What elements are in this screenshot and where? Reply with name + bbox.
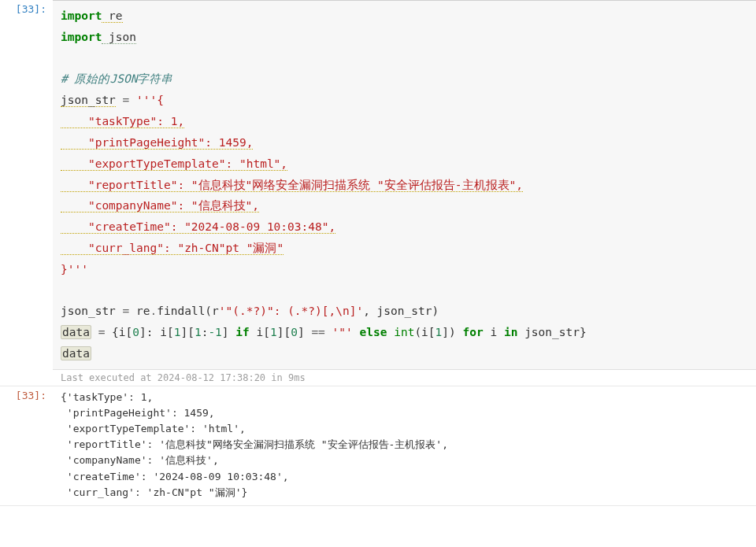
code-var-highlight: data: [61, 325, 91, 339]
code-text: [325, 326, 332, 338]
code-comment: # 原始的JSON字符串: [61, 72, 172, 85]
code-text: i[: [250, 326, 270, 338]
code-op: ==: [311, 326, 324, 338]
output-line: {'taskType': 1,: [61, 391, 153, 403]
code-string: '"': [332, 326, 353, 338]
code-text: (i[: [414, 326, 435, 338]
output-line: 'printPageHeight': 1459,: [61, 407, 215, 419]
code-string: "printPageHeight": 1459,: [61, 136, 253, 150]
code-num: 1: [270, 326, 277, 338]
input-prompt: [33]:: [0, 0, 53, 386]
input-content: import re import json # 原始的JSON字符串 json_…: [53, 0, 756, 386]
code-builtin: int: [394, 326, 414, 338]
output-line: 'companyName': '信息科技',: [61, 454, 219, 466]
code-op: =: [123, 305, 130, 317]
code-string: "taskType": 1,: [61, 115, 184, 128]
execution-info: Last executed at 2024-08-12 17:38:20 in …: [53, 369, 756, 386]
code-module: json: [102, 31, 136, 44]
output-line: 'createTime': '2024-08-09 10:03:48',: [61, 471, 289, 482]
code-var-highlight: data: [61, 346, 91, 360]
code-text: (r: [205, 305, 218, 317]
code-op: -1: [208, 326, 221, 338]
code-text: ]: i[: [139, 326, 174, 338]
input-cell: [33]: import re import json # 原始的JSON字符串…: [0, 0, 756, 386]
code-var: json_str: [61, 305, 123, 317]
code-module: re: [102, 9, 122, 23]
output-prompt: [33]:: [0, 386, 53, 505]
output-line: 'exportTypeTemplate': 'html',: [61, 423, 246, 434]
code-editor[interactable]: import re import json # 原始的JSON字符串 json_…: [53, 0, 756, 369]
code-text: json_str}: [517, 326, 586, 338]
code-string: '"(.*?)": (.*?)[,\n]': [219, 305, 363, 317]
code-string: "curr_lang": "zh-CN"pt "漏洞": [61, 242, 284, 255]
code-keyword: if: [235, 326, 249, 338]
code-text: [353, 326, 360, 338]
code-string: "createTime": "2024-08-09 10:03:48",: [61, 220, 335, 234]
code-text: {i[: [105, 326, 132, 338]
code-string: "exportTypeTemplate": "html",: [61, 157, 287, 171]
code-text: ][: [277, 326, 291, 338]
code-keyword: in: [504, 326, 517, 338]
code-text: ]: [298, 326, 311, 338]
code-num: 1: [195, 326, 202, 338]
output-text: {'taskType': 1, 'printPageHeight': 1459,…: [53, 386, 756, 505]
code-text: , json_str): [363, 305, 439, 317]
output-line: 'curr_lang': 'zh-CN"pt "漏洞'}: [61, 486, 247, 498]
code-text: [387, 326, 394, 338]
code-keyword: import: [61, 9, 102, 22]
output-content: {'taskType': 1, 'printPageHeight': 1459,…: [53, 386, 756, 505]
code-var: json_str: [61, 94, 116, 107]
code-text: re: [129, 305, 150, 317]
code-func: findall: [157, 305, 205, 317]
output-line: 'reportTitle': '信息科技"网络安全漏洞扫描系统 "安全评估报告-…: [61, 438, 448, 450]
code-text: i: [484, 326, 504, 338]
code-num: 0: [291, 326, 298, 338]
output-cell: [33]: {'taskType': 1, 'printPageHeight':…: [0, 386, 756, 506]
code-text: ]): [442, 326, 462, 338]
code-string: '''{: [136, 94, 164, 106]
code-keyword: for: [463, 326, 484, 338]
code-string: }''': [61, 263, 88, 275]
code-string: "reportTitle": "信息科技"网络安全漏洞扫描系统 "安全评估报告-…: [61, 179, 523, 192]
code-keyword: else: [360, 326, 387, 338]
code-text: ]: [222, 326, 235, 338]
code-text: [91, 326, 98, 338]
code-op: =: [116, 94, 136, 106]
code-string: "companyName": "信息科技",: [61, 199, 259, 213]
code-num: 0: [132, 326, 139, 338]
code-keyword: import: [61, 31, 102, 43]
code-op: .: [150, 305, 158, 317]
code-text: ][: [180, 326, 194, 338]
